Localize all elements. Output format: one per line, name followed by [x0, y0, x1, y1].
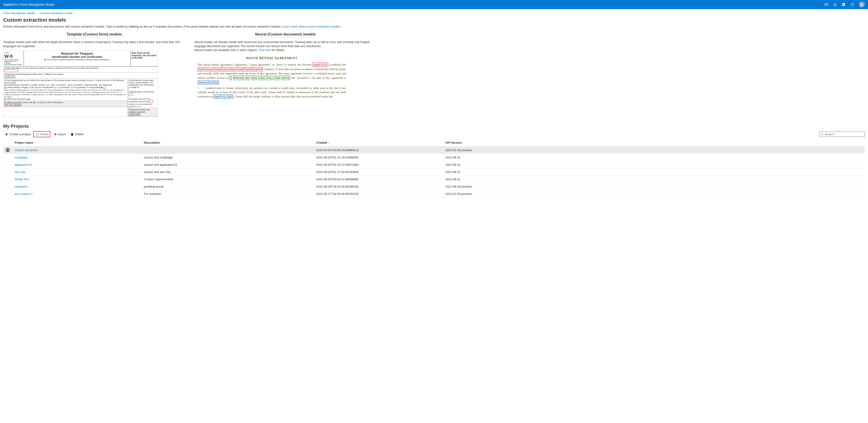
- table-row[interactable]: Lienfluentjumbling words2022-06-09T18:19…: [3, 183, 865, 190]
- svg-rect-3: [827, 4, 827, 5]
- cell-description: custom test multipage: [142, 154, 314, 161]
- project-link[interactable]: multipage: [14, 156, 27, 159]
- table-row[interactable]: sec-10qcustom test sec-10q2022-09-20T01:…: [3, 169, 865, 176]
- col-name[interactable]: Project name: [12, 139, 142, 146]
- keyboard-icon[interactable]: [824, 2, 828, 7]
- row-select[interactable]: [3, 154, 12, 161]
- projects-heading: My Projects: [3, 124, 865, 129]
- cell-description: Custom Improvements: [142, 176, 314, 183]
- projects-table: Project name Description Created↓ API Ve…: [3, 139, 865, 198]
- share-icon: [36, 133, 39, 136]
- template-model-example: FormW-9(Rev. October 2018)Department of …: [3, 51, 185, 117]
- cell-api-version: 2022-01-30-preview: [443, 190, 865, 198]
- selected-indicator[interactable]: [6, 148, 9, 152]
- chevron-right-icon: ›: [37, 11, 38, 15]
- cell-created: 2022-09-20T01:20:13.3647188Z: [314, 161, 443, 169]
- col-api-version[interactable]: API Version: [443, 139, 865, 146]
- svg-point-7: [834, 4, 835, 5]
- import-button[interactable]: Import: [51, 131, 68, 137]
- model-type-columns: Template (Custom form) models Template m…: [3, 32, 376, 117]
- cell-created: 2023-04-04T23:58:29.8099941Z: [314, 146, 443, 154]
- delete-button[interactable]: Delete: [69, 131, 86, 137]
- plus-icon: [5, 133, 8, 136]
- cell-api-version: 2023-02-28-preview: [443, 146, 865, 154]
- cell-created: 2022-08-30T00:53:32.8848859Z: [314, 176, 443, 183]
- gear-icon[interactable]: [842, 2, 846, 7]
- svg-rect-5: [826, 5, 827, 5]
- row-select[interactable]: [3, 190, 12, 198]
- help-icon[interactable]: [850, 2, 854, 7]
- search-input[interactable]: [825, 132, 863, 136]
- row-select[interactable]: [3, 146, 12, 154]
- svg-point-10: [852, 5, 852, 6]
- cell-api-version: 2022-08-31: [443, 169, 865, 176]
- project-link[interactable]: Studio Test: [14, 178, 29, 181]
- search-box[interactable]: [819, 131, 865, 137]
- page-title: Custom extraction models: [3, 17, 865, 23]
- svg-rect-0: [825, 4, 828, 6]
- cell-created: 2022-05-17T18:34:48.6535223Z: [314, 190, 443, 198]
- create-project-button[interactable]: Create a project: [3, 131, 33, 137]
- cell-description: jumbling words: [142, 183, 314, 190]
- project-link[interactable]: application12: [14, 163, 32, 167]
- breadcrumb-root[interactable]: Form Recognizer Studio: [3, 11, 35, 15]
- cell-project-name: Lienfluent: [12, 183, 142, 190]
- cell-api-version: 2022-08-31: [443, 176, 865, 183]
- cell-project-name: application12: [12, 161, 142, 169]
- smiley-icon[interactable]: [833, 2, 837, 7]
- cell-description: custom test sec-10q: [142, 169, 314, 176]
- page-description: Extract information from forms and docum…: [3, 25, 865, 28]
- cell-project-name: custom-extraction: [12, 146, 142, 154]
- table-row[interactable]: application12custom test application1220…: [3, 161, 865, 169]
- cell-api-version: 2022-08-31: [443, 161, 865, 169]
- row-select[interactable]: [3, 161, 12, 169]
- trash-icon: [70, 133, 74, 136]
- col-description[interactable]: Description: [142, 139, 314, 146]
- search-icon: [821, 133, 824, 136]
- learn-more-link[interactable]: Learn more about custom extraction model…: [283, 25, 340, 28]
- app-header: Applied AI | Form Recognizer Studio: [0, 0, 868, 9]
- project-link[interactable]: sec-10q: [14, 170, 25, 174]
- cell-created: 2022-06-09T18:19:34.8828919Z: [314, 183, 443, 190]
- row-select[interactable]: [3, 169, 12, 176]
- svg-point-6: [833, 3, 837, 6]
- row-select[interactable]: [3, 176, 12, 183]
- neural-click-here-link[interactable]: Click here: [258, 49, 271, 52]
- breadcrumb-current[interactable]: Custom extraction model: [40, 11, 72, 15]
- neural-model-desc: Neural models can flexibly handle both s…: [194, 40, 376, 52]
- neural-model-example: HOUSE RENTAL AGREEMENT This House Rental…: [194, 55, 376, 102]
- breadcrumb: Form Recognizer Studio › Custom extracti…: [0, 9, 868, 16]
- table-header-row: Project name Description Created↓ API Ve…: [3, 139, 865, 146]
- projects-toolbar: Create a project Share Import Delete: [3, 131, 865, 137]
- svg-rect-4: [827, 4, 828, 5]
- template-model-desc: Template models work well when the targe…: [3, 40, 185, 48]
- cell-created: 2022-09-20T01:22:19.8188659Z: [314, 154, 443, 161]
- neural-model-title: Neural (Custom document) models: [255, 32, 316, 38]
- cell-description: custom test application12: [142, 161, 314, 169]
- page-desc-text: Extract information from forms and docum…: [3, 25, 283, 28]
- table-row[interactable]: test-custom-2For customer2022-05-17T18:3…: [3, 190, 865, 198]
- col-created[interactable]: Created↓: [314, 139, 443, 146]
- row-select[interactable]: [3, 183, 12, 190]
- cell-project-name: multipage: [12, 154, 142, 161]
- cell-description: For customer: [142, 190, 314, 198]
- svg-rect-1: [825, 4, 826, 5]
- table-row[interactable]: custom-extraction2023-04-04T23:58:29.809…: [3, 146, 865, 154]
- project-link[interactable]: test-custom-2: [14, 192, 33, 195]
- neural-model-column: Neural (Custom document) models Neural m…: [194, 32, 376, 117]
- cell-created: 2022-09-20T01:17:52.6319364Z: [314, 169, 443, 176]
- cell-api-version: 2022-08-31: [443, 154, 865, 161]
- cell-project-name: test-custom-2: [12, 190, 142, 198]
- svg-point-8: [835, 4, 836, 5]
- avatar[interactable]: [859, 2, 865, 7]
- table-row[interactable]: Studio TestCustom Improvements2022-08-30…: [3, 176, 865, 183]
- import-icon: [53, 133, 56, 136]
- share-button[interactable]: Share: [33, 131, 51, 137]
- svg-point-11: [861, 3, 862, 5]
- template-model-column: Template (Custom form) models Template m…: [3, 32, 185, 117]
- cell-project-name: sec-10q: [12, 169, 142, 176]
- project-link[interactable]: Lienfluent: [14, 185, 27, 188]
- col-select: [3, 139, 12, 146]
- project-link[interactable]: custom-extraction: [14, 148, 38, 152]
- table-row[interactable]: multipagecustom test multipage2022-09-20…: [3, 154, 865, 161]
